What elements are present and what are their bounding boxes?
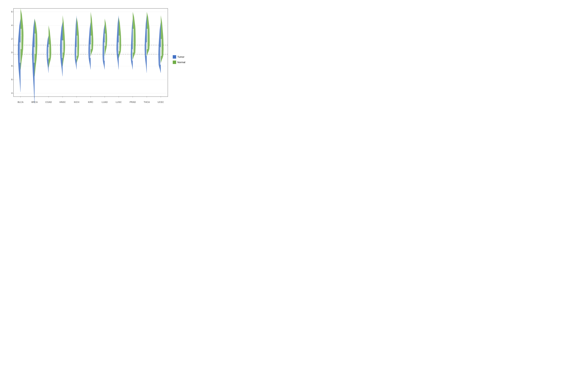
svg-rect-58 — [133, 29, 134, 52]
svg-rect-62 — [147, 29, 148, 49]
chart-title — [6, 3, 190, 7]
svg-rect-40 — [76, 47, 77, 59]
svg-text:BLCA: BLCA — [18, 101, 24, 103]
svg-text:BRCA: BRCA — [32, 101, 38, 103]
svg-text:HNSC: HNSC — [60, 101, 66, 103]
svg-rect-36 — [62, 40, 63, 58]
svg-rect-56 — [132, 49, 133, 61]
main-plot-svg: 46810121416BLCABRCACOADHNSCKICHKIRCLUADL… — [11, 7, 170, 107]
svg-rect-24 — [20, 42, 21, 63]
svg-rect-38 — [63, 40, 63, 53]
svg-text:LUAD: LUAD — [102, 101, 108, 103]
legend-item-tumor: Tumor — [173, 55, 190, 58]
svg-rect-28 — [34, 47, 35, 63]
svg-text:16: 16 — [11, 10, 12, 13]
legend-swatch-normal — [173, 60, 176, 64]
svg-rect-52 — [118, 42, 119, 54]
svg-text:4: 4 — [11, 92, 12, 94]
legend-label-normal: Normal — [177, 61, 185, 64]
svg-rect-54 — [119, 36, 120, 51]
svg-text:6: 6 — [11, 78, 12, 81]
plot-wrapper: 46810121416BLCABRCACOADHNSCKICHKIRCLUADL… — [11, 7, 170, 107]
plot-and-legend: 46810121416BLCABRCACOADHNSCKICHKIRCLUADL… — [11, 7, 190, 107]
svg-rect-30 — [35, 33, 35, 54]
svg-text:14: 14 — [11, 24, 12, 26]
legend-swatch-tumor — [173, 55, 176, 58]
svg-text:KIRC: KIRC — [88, 101, 93, 103]
svg-rect-44 — [90, 44, 91, 58]
svg-rect-48 — [104, 42, 105, 61]
svg-rect-32 — [48, 47, 49, 59]
svg-text:LUSC: LUSC — [116, 101, 122, 103]
y-axis-label — [6, 8, 11, 103]
svg-text:PRAD: PRAD — [130, 101, 136, 103]
legend-box: Tumor Normal — [170, 7, 190, 107]
svg-text:THCA: THCA — [144, 101, 150, 103]
svg-rect-26 — [21, 29, 22, 49]
svg-text:UCEC: UCEC — [158, 101, 164, 103]
legend-label-tumor: Tumor — [177, 56, 184, 58]
svg-rect-66 — [161, 39, 162, 56]
svg-rect-34 — [49, 44, 50, 58]
svg-text:8: 8 — [11, 65, 12, 67]
svg-text:10: 10 — [11, 51, 12, 54]
svg-rect-42 — [77, 36, 78, 56]
legend-item-normal: Normal — [173, 60, 190, 64]
svg-text:12: 12 — [11, 38, 12, 40]
svg-rect-50 — [105, 33, 105, 46]
chart-container: 46810121416BLCABRCACOADHNSCKICHKIRCLUADL… — [6, 3, 190, 119]
chart-area: 46810121416BLCABRCACOADHNSCKICHKIRCLUADL… — [6, 7, 190, 107]
svg-text:KICH: KICH — [74, 101, 79, 103]
svg-text:COAD: COAD — [45, 101, 52, 103]
